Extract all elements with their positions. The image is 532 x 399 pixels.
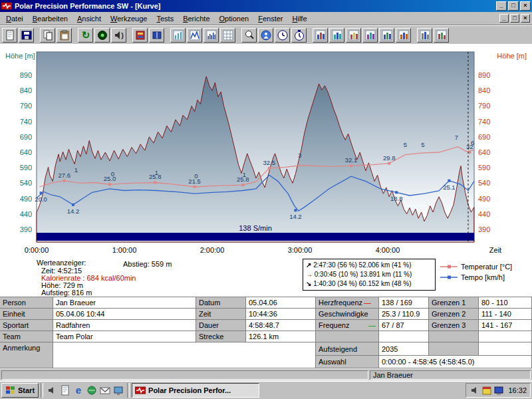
info-panel: Werteanzeiger:Zeit: 4:52:15Kalorienrate … [0, 258, 532, 297]
report-4-button[interactable] [362, 28, 378, 43]
stopwatch-button[interactable] [291, 28, 307, 43]
compare-1-button[interactable] [417, 28, 432, 43]
maximize-button[interactable]: □ [508, 1, 519, 11]
tray-scheduler-button[interactable] [481, 385, 492, 396]
y-tick-right: 540 [478, 179, 490, 187]
channels-quicklaunch-button[interactable] [85, 383, 98, 398]
book-button[interactable] [149, 28, 164, 43]
mail-quicklaunch-button[interactable] [98, 383, 112, 398]
volume-quicklaunch-button[interactable] [45, 383, 59, 398]
minimize-button[interactable]: _ [496, 1, 507, 11]
chart-grid-icon [223, 30, 233, 41]
menu-optionen[interactable]: Optionen [215, 13, 254, 24]
menu-fenster[interactable]: Fenster [253, 13, 287, 24]
selection-stats-box: ↗ 2:47:30 (56 %) 52.006 km (41 %)→ 0:30:… [303, 259, 436, 291]
chart-bar-icon [173, 30, 184, 41]
x-tick: 3:00:00 [288, 246, 313, 254]
compare-2-icon [436, 30, 447, 41]
table-label-cell-zeit: Zeit [196, 309, 246, 320]
diary-button[interactable] [132, 28, 148, 43]
lap-marker-label: 3 [298, 152, 301, 159]
menu-werkzeuge[interactable]: Werkzeuge [106, 13, 152, 24]
y-tick-right: 890 [478, 71, 490, 79]
compare-2-button[interactable] [434, 28, 449, 43]
paste-icon [59, 30, 70, 41]
report-2-icon [332, 30, 342, 41]
temperature-marker [108, 183, 111, 186]
y-tick-right: 740 [478, 118, 490, 126]
toolbar-separator [236, 28, 241, 43]
mail-icon [100, 385, 110, 396]
menu-berichte[interactable]: Berichte [178, 13, 214, 24]
desktop-quicklaunch-button[interactable] [112, 383, 125, 398]
tempo-value-label: 18.8 [390, 195, 403, 202]
chart-curve-button[interactable] [187, 28, 202, 43]
y-tick-left: 840 [20, 86, 32, 94]
zoom-button[interactable] [241, 28, 257, 43]
person-time-button[interactable] [258, 28, 273, 43]
polar-icon [135, 385, 146, 396]
report-6-button[interactable] [396, 28, 411, 43]
table-label-cell-sportart: Sportart [0, 320, 53, 331]
close-button[interactable]: × [520, 1, 531, 11]
temperature-marker [268, 167, 271, 170]
system-tray: 16:32 [466, 383, 531, 398]
task-button-label: Polar Precision Perfor... [148, 386, 231, 394]
temperature-marker [194, 186, 196, 188]
y-tick-left: 540 [20, 179, 32, 187]
menu-datei[interactable]: Datei [1, 13, 28, 24]
report-3-button[interactable] [346, 28, 361, 43]
clock-button[interactable] [275, 28, 290, 43]
tray-scheduler-icon [481, 385, 492, 396]
report-5-button[interactable] [379, 28, 394, 43]
refresh-icon: ↻ [80, 30, 91, 41]
elevation-chart[interactable]: 3903904404404904905405405905906406406906… [0, 44, 532, 258]
table-value-cell [53, 342, 316, 368]
mdi-close-button[interactable]: × [521, 14, 530, 23]
mdi-minimize-button[interactable]: _ [499, 14, 509, 23]
paste-button[interactable] [57, 28, 72, 43]
lap-marker-label: 0 [194, 172, 198, 180]
mdi-restore-button[interactable]: □ [510, 14, 519, 23]
app-window: Polar Precision Performance SW - [Kurve]… [0, 0, 532, 399]
chart-histogram-button[interactable] [203, 28, 219, 43]
table-value-cell-141-167: 141 - 167 [479, 320, 532, 331]
chart-bar-button[interactable] [170, 28, 186, 43]
notepad-quicklaunch-button[interactable] [59, 383, 72, 398]
chart-grid-button[interactable] [220, 28, 235, 43]
summary-table: PersonJan BraeuerDatum05.04.06Herzfreque… [0, 297, 532, 368]
menu-bearbeiten[interactable]: Bearbeiten [28, 13, 72, 24]
tray-volume-button[interactable] [469, 385, 480, 396]
refresh-button[interactable]: ↻ [78, 28, 93, 43]
y-tick-right: 490 [478, 195, 490, 203]
new-button[interactable] [2, 28, 17, 43]
series-color-dash-icon: — [368, 321, 376, 329]
lap-marker-label: 1 [243, 171, 246, 178]
tray-display-button[interactable] [493, 385, 504, 396]
toolbar-separator [127, 28, 132, 43]
status-bar: Jan Braeuer [0, 368, 532, 380]
sound-button[interactable]: ) [111, 28, 126, 43]
menu-tests[interactable]: Tests [152, 13, 178, 24]
legend-item: Temperatur [°C] [440, 263, 512, 271]
menu-ansicht[interactable]: Ansicht [72, 13, 106, 24]
table-value-cell-25-3-110-9: 25.3 / 110.9 [379, 309, 429, 320]
save-button[interactable] [19, 28, 34, 43]
clock[interactable]: 16:32 [508, 386, 527, 394]
table-label-cell-team: Team [0, 331, 53, 342]
intervals-button[interactable] [94, 28, 110, 43]
y-tick-left: 690 [20, 133, 32, 141]
report-2-button[interactable] [329, 28, 344, 43]
task-button-polar[interactable]: Polar Precision Perfor... [132, 383, 259, 398]
table-label-cell-strecke: Strecke [196, 331, 246, 342]
ie-quicklaunch-button[interactable]: e [72, 383, 85, 398]
copy-button[interactable] [40, 28, 55, 43]
desktop-icon [113, 385, 124, 396]
stats-line: ↗ 2:47:30 (56 %) 52.006 km (41 %) [306, 261, 432, 270]
table-value-cell-67-87: 67 / 87 [379, 320, 429, 331]
menu-hilfe[interactable]: Hilfe [288, 13, 312, 24]
table-label-cell [429, 331, 479, 342]
start-button[interactable]: Start [1, 383, 39, 398]
mdi-controls: _ □ × [498, 14, 532, 23]
report-1-button[interactable] [313, 28, 328, 43]
